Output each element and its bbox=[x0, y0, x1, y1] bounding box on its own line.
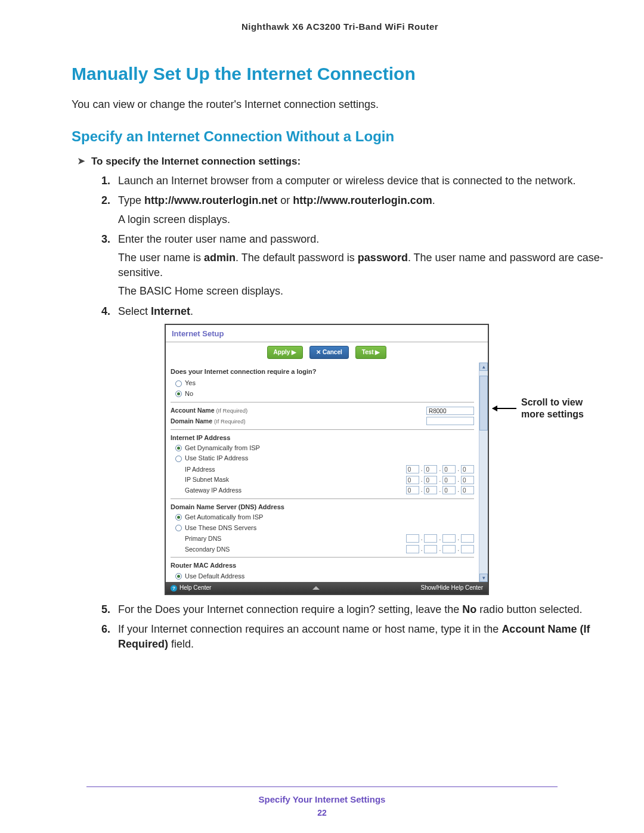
task-title-row: ➤ To specify the Internet connection set… bbox=[78, 156, 608, 168]
help-icon: ? bbox=[171, 585, 177, 592]
help-center-link[interactable]: ?Help Center bbox=[171, 584, 211, 592]
step-2: Type http://www.routerlogin.net or http:… bbox=[101, 193, 608, 227]
panel-footer: ?Help Center Show/Hide Help Center bbox=[166, 582, 488, 594]
dns-primary-input[interactable]: . . . bbox=[406, 534, 474, 543]
dns-secondary-row: Secondary DNS . . . bbox=[171, 545, 474, 554]
step-5: For the Does your Internet connection re… bbox=[101, 602, 608, 617]
radio-yes-label: Yes bbox=[185, 379, 196, 388]
internet-setup-screenshot: Internet Setup Apply ▶ ✕ Cancel Test ▶ D… bbox=[165, 324, 489, 595]
radio-icon[interactable] bbox=[175, 514, 182, 521]
footer-rule bbox=[86, 786, 558, 787]
account-name-input[interactable]: R8000 bbox=[426, 407, 474, 415]
step-2-sub: A login screen displays. bbox=[118, 212, 608, 227]
step-2-text: Type http://www.routerlogin.net or http:… bbox=[118, 194, 435, 206]
panel-title: Internet Setup bbox=[166, 325, 488, 342]
document-page: Nighthawk X6 AC3200 Tri-Band WiFi Router… bbox=[0, 0, 644, 833]
divider bbox=[171, 429, 474, 430]
callout-text: Scroll to view more settings bbox=[521, 397, 599, 420]
radio-ip-static[interactable]: Use Static IP Address bbox=[175, 454, 474, 463]
radio-icon[interactable] bbox=[175, 573, 182, 580]
footer-chapter: Specify Your Internet Settings bbox=[0, 794, 644, 804]
ip-address-row: IP Address 0. 0. 0. 0 bbox=[171, 465, 474, 474]
step-5-text: For the Does your Internet connection re… bbox=[118, 603, 582, 615]
scrollbar[interactable]: ▴ ▾ bbox=[479, 363, 488, 582]
domain-name-row: Domain Name (If Required) bbox=[171, 417, 474, 426]
radio-icon[interactable] bbox=[175, 525, 182, 531]
page-footer: Specify Your Internet Settings 22 bbox=[0, 786, 644, 817]
radio-dns-use[interactable]: Use These DNS Servers bbox=[175, 524, 474, 532]
radio-no-label: No bbox=[185, 389, 193, 398]
panel-toolbar: Apply ▶ ✕ Cancel Test ▶ bbox=[166, 342, 488, 363]
chevron-right-icon: ➤ bbox=[78, 156, 85, 166]
arrow-left-icon bbox=[493, 408, 516, 409]
ip-gateway-input[interactable]: 0. 0. 0. 0 bbox=[406, 486, 474, 494]
ip-gateway-row: Gateway IP Address 0. 0. 0. 0 bbox=[171, 486, 474, 495]
cancel-button[interactable]: ✕ Cancel bbox=[309, 346, 349, 359]
radio-icon[interactable] bbox=[175, 380, 182, 387]
product-header: Nighthawk X6 AC3200 Tri-Band WiFi Router bbox=[72, 21, 608, 32]
show-hide-help-link[interactable]: Show/Hide Help Center bbox=[420, 584, 483, 592]
radio-mac-default[interactable]: Use Default Address bbox=[175, 572, 474, 581]
scroll-up-icon[interactable]: ▴ bbox=[479, 363, 488, 371]
step-3: Enter the router user name and password.… bbox=[101, 232, 608, 299]
step-3-sub-b: The BASIC Home screen displays. bbox=[118, 284, 608, 299]
steps-list: Launch an Internet browser from a comput… bbox=[72, 174, 608, 652]
ip-section-heading: Internet IP Address bbox=[171, 433, 474, 442]
scroll-down-icon[interactable]: ▾ bbox=[479, 574, 488, 582]
account-name-row: Account Name (If Required) R8000 bbox=[171, 406, 474, 415]
ip-address-input[interactable]: 0. 0. 0. 0 bbox=[406, 465, 474, 473]
divider bbox=[171, 498, 474, 499]
dns-primary-row: Primary DNS . . . bbox=[171, 534, 474, 543]
apply-button[interactable]: Apply ▶ bbox=[267, 346, 304, 359]
login-required-question: Does your Internet connection require a … bbox=[171, 367, 474, 376]
divider bbox=[171, 557, 474, 558]
screenshot-wrapper: Internet Setup Apply ▶ ✕ Cancel Test ▶ D… bbox=[165, 324, 608, 595]
task-title: To specify the Internet connection setti… bbox=[91, 156, 301, 168]
intro-text: You can view or change the router's Inte… bbox=[72, 97, 608, 112]
step-4: Select Internet. Internet Setup Apply ▶ … bbox=[101, 304, 608, 595]
step-6: If your Internet connection requires an … bbox=[101, 622, 608, 652]
step-4-text: Select Internet. bbox=[118, 305, 193, 317]
panel-body: Does your Internet connection require a … bbox=[166, 363, 488, 582]
radio-dns-auto[interactable]: Get Automatically from ISP bbox=[175, 513, 474, 522]
ip-subnet-row: IP Subnet Mask 0. 0. 0. 0 bbox=[171, 475, 474, 484]
section-heading: Manually Set Up the Internet Connection bbox=[72, 64, 608, 84]
radio-icon[interactable] bbox=[175, 445, 182, 451]
radio-icon[interactable] bbox=[175, 391, 182, 397]
radio-icon[interactable] bbox=[175, 456, 182, 462]
divider bbox=[171, 402, 474, 402]
step-3-sub-a: The user name is admin. The default pass… bbox=[118, 250, 608, 280]
account-name-label: Account Name (If Required) bbox=[171, 406, 426, 415]
step-6-text: If your Internet connection requires an … bbox=[118, 623, 590, 650]
radio-no-row[interactable]: No bbox=[175, 389, 474, 398]
footer-page-number: 22 bbox=[0, 808, 644, 817]
test-button[interactable]: Test ▶ bbox=[355, 346, 387, 359]
mac-section-heading: Router MAC Address bbox=[171, 561, 474, 570]
domain-name-input[interactable] bbox=[426, 417, 474, 425]
step-1-text: Launch an Internet browser from a comput… bbox=[118, 175, 575, 187]
subsection-heading: Specify an Internet Connection Without a… bbox=[72, 128, 608, 145]
drag-handle-icon[interactable] bbox=[312, 586, 320, 590]
dns-secondary-input[interactable]: . . . bbox=[406, 545, 474, 553]
radio-ip-dynamic[interactable]: Get Dynamically from ISP bbox=[175, 444, 474, 453]
ip-subnet-input[interactable]: 0. 0. 0. 0 bbox=[406, 476, 474, 484]
dns-section-heading: Domain Name Server (DNS) Address bbox=[171, 503, 474, 512]
radio-yes-row[interactable]: Yes bbox=[175, 379, 474, 388]
step-1: Launch an Internet browser from a comput… bbox=[101, 174, 608, 188]
scroll-thumb[interactable] bbox=[479, 376, 488, 431]
domain-name-label: Domain Name (If Required) bbox=[171, 417, 426, 426]
step-3-text: Enter the router user name and password. bbox=[118, 233, 319, 245]
panel-content: Does your Internet connection require a … bbox=[166, 363, 479, 582]
scroll-callout: Scroll to view more settings bbox=[493, 397, 599, 420]
